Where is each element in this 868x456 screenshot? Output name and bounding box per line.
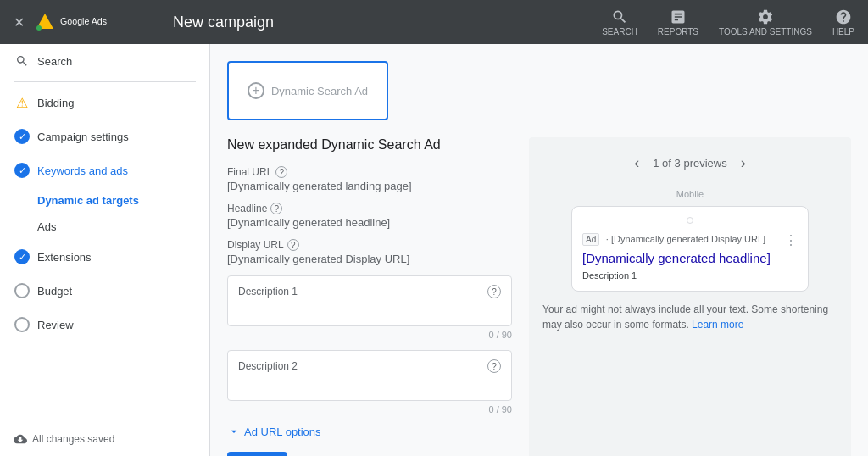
dynamic-ad-targets-label: Dynamic ad targets (37, 194, 139, 207)
ad-url-preview: · [Dynamically generated Display URL] (606, 234, 765, 244)
sidebar-item-extensions[interactable]: ✓ Extensions (0, 240, 209, 274)
desc1-help-icon[interactable]: ? (487, 285, 501, 298)
ad-menu-dots-icon: ⋮ (784, 232, 798, 248)
desc1-label: Description 1 (238, 286, 298, 298)
display-url-help-icon[interactable]: ? (287, 239, 299, 251)
sidebar-sub-item-dynamic-ad-targets[interactable]: Dynamic ad targets (0, 187, 209, 214)
sidebar-item-review[interactable]: Review (0, 308, 209, 342)
url-options-toggle[interactable]: Ad URL options (227, 425, 512, 438)
sidebar-item-budget[interactable]: Budget (0, 274, 209, 308)
done-button[interactable]: Done (227, 452, 287, 456)
display-url-value: [Dynamically generated Display URL] (227, 253, 512, 265)
url-options-label: Ad URL options (244, 425, 321, 438)
sidebar-keywords-label: Keywords and ads (37, 164, 128, 177)
sidebar-campaign-settings-label: Campaign settings (37, 131, 129, 143)
sidebar-sub-item-ads[interactable]: Ads (0, 214, 209, 240)
learn-more-link[interactable]: Learn more (692, 319, 743, 331)
help-nav-label: HELP (832, 27, 854, 36)
new-dynamic-search-ad-button[interactable]: + Dynamic Search Ad (227, 61, 388, 120)
sidebar: Search ⚠ Bidding ✓ Campaign settings ✓ K… (0, 44, 210, 456)
ad-headline-preview: [Dynamically generated headline] (582, 250, 798, 267)
preview-count: 1 of 3 previews (653, 157, 726, 170)
cloud-save-icon (14, 432, 27, 446)
sidebar-bidding-label: Bidding (37, 97, 74, 109)
campaign-title: New campaign (173, 14, 602, 31)
help-nav-button[interactable]: HELP (832, 8, 854, 36)
preview-header: ‹ 1 of 3 previews › (542, 151, 837, 175)
search-nav-label: SEARCH (602, 27, 637, 36)
sidebar-item-bidding[interactable]: ⚠ Bidding (0, 86, 209, 120)
plus-icon: + (248, 82, 264, 99)
headline-label: Headline (227, 203, 267, 214)
description1-field[interactable]: Description 1 ? (227, 275, 512, 326)
desc2-label: Description 2 (238, 360, 298, 372)
form-title: New expanded Dynamic Search Ad (227, 137, 512, 153)
form-section: New expanded Dynamic Search Ad Final URL… (227, 137, 512, 456)
main-layout: Search ⚠ Bidding ✓ Campaign settings ✓ K… (0, 44, 868, 456)
tools-nav-button[interactable]: TOOLS AND SETTINGS (719, 8, 812, 36)
saved-status: All changes saved (0, 422, 209, 456)
ad-desc-preview: Description 1 (582, 270, 798, 281)
search-sidebar-icon (14, 53, 31, 70)
cancel-button[interactable]: Cancel (298, 452, 365, 456)
ads-label: Ads (37, 220, 56, 233)
ad-badge: Ad (582, 233, 599, 246)
divider (159, 10, 159, 34)
preview-note-text: Your ad might not always include all you… (542, 303, 828, 331)
review-empty-icon (14, 316, 31, 333)
device-label: Mobile (542, 189, 837, 199)
sidebar-item-search[interactable]: Search (0, 44, 209, 78)
desc2-counter: 0 / 90 (227, 404, 512, 414)
keywords-check-icon: ✓ (14, 162, 31, 179)
tools-nav-label: TOOLS AND SETTINGS (719, 27, 812, 36)
headline-value: [Dynamically generated headline] (227, 216, 512, 229)
sidebar-search-label: Search (37, 55, 72, 68)
campaign-settings-check-icon: ✓ (14, 128, 31, 145)
form-actions: Done Cancel (227, 452, 512, 456)
chevron-down-icon (227, 425, 241, 438)
svg-text:Google Ads: Google Ads (60, 16, 107, 26)
desc1-counter: 0 / 90 (227, 330, 512, 340)
all-changes-saved-label: All changes saved (32, 433, 114, 445)
headline-field: Headline ? [Dynamically generated headli… (227, 203, 512, 229)
final-url-help-icon[interactable]: ? (275, 166, 287, 178)
phone-preview-frame: Ad · [Dynamically generated Display URL]… (571, 206, 809, 292)
extensions-check-icon: ✓ (14, 248, 31, 265)
google-ads-logo: Google Ads (35, 12, 128, 32)
desc2-help-icon[interactable]: ? (487, 359, 501, 373)
main-content: + Dynamic Search Ad New expanded Dynamic… (210, 44, 868, 456)
topbar-nav: SEARCH REPORTS TOOLS AND SETTINGS HELP (602, 8, 854, 36)
final-url-value: [Dynamically generated landing page] (227, 180, 512, 192)
headline-help-icon[interactable]: ? (270, 203, 282, 214)
sidebar-budget-label: Budget (37, 285, 72, 298)
sidebar-review-label: Review (37, 319, 74, 331)
preview-panel: ‹ 1 of 3 previews › Mobile Ad · [Dynamic… (529, 137, 851, 456)
new-ad-label: Dynamic Search Ad (271, 85, 368, 97)
budget-empty-icon (14, 282, 31, 299)
display-url-field: Display URL ? [Dynamically generated Dis… (227, 239, 512, 265)
description2-field[interactable]: Description 2 ? (227, 350, 512, 401)
preview-prev-button[interactable]: ‹ (631, 151, 643, 175)
bidding-warning-icon: ⚠ (14, 94, 31, 111)
reports-nav-label: REPORTS (658, 27, 698, 36)
sidebar-divider-1 (14, 81, 196, 82)
sidebar-item-campaign-settings[interactable]: ✓ Campaign settings (0, 120, 209, 153)
content-area: New expanded Dynamic Search Ad Final URL… (227, 137, 851, 456)
preview-note: Your ad might not always include all you… (542, 302, 837, 332)
display-url-label: Display URL (227, 239, 284, 251)
close-button[interactable]: ✕ (14, 14, 25, 31)
reports-nav-button[interactable]: REPORTS (658, 8, 698, 36)
sidebar-extensions-label: Extensions (37, 251, 92, 264)
search-nav-button[interactable]: SEARCH (602, 8, 637, 36)
sidebar-item-keywords-and-ads[interactable]: ✓ Keywords and ads (0, 153, 209, 187)
final-url-field: Final URL ? [Dynamically generated landi… (227, 166, 512, 192)
phone-camera-dot (687, 217, 693, 224)
preview-next-button[interactable]: › (737, 151, 749, 175)
final-url-label: Final URL (227, 166, 272, 178)
topbar: ✕ Google Ads New campaign SEARCH REPORTS… (0, 0, 868, 44)
